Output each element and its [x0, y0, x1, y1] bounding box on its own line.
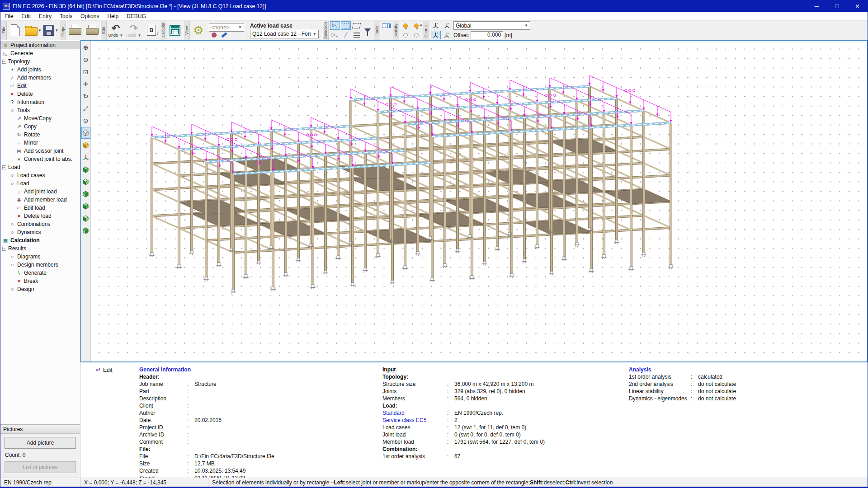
tree-item-generate[interactable]: ◺Generate	[0, 49, 80, 57]
rotate-view-button[interactable]: ↻	[81, 90, 90, 102]
view-bottom-button[interactable]	[81, 225, 90, 236]
tree-item-project-information[interactable]: ⚙Project information	[0, 41, 80, 49]
info-column-title[interactable]: Analysis	[629, 366, 868, 374]
tree-item-add-member-load[interactable]: ⇊Add member load	[0, 196, 80, 204]
calculate-button[interactable]	[166, 21, 184, 40]
undo-button[interactable]: ↶ Undo ▼	[107, 21, 125, 40]
view-front-button[interactable]	[81, 164, 90, 175]
coord-system-list-button[interactable]: +	[442, 21, 452, 30]
tree-item-edit-load[interactable]: ↵Edit load	[0, 204, 80, 212]
zoom-window-button[interactable]: ⊡	[81, 66, 90, 78]
tree-item-add-joints[interactable]: +Add joints	[0, 66, 80, 74]
tree-item-edit[interactable]: ↵Edit	[0, 82, 80, 90]
tree-item-move-copy[interactable]: ↗Move/Copy	[0, 114, 80, 122]
tree-item-break[interactable]: ×Break	[0, 277, 80, 285]
tree-item-calculation[interactable]: ▦Calculation	[0, 236, 80, 244]
tree-item-delete[interactable]: ×Delete	[0, 90, 80, 98]
tree-item-diagrams[interactable]: ○Diagrams	[0, 253, 80, 261]
tree-item-copy[interactable]: ⇗Copy	[0, 122, 80, 131]
menu-entry[interactable]: Entry	[35, 12, 56, 20]
tree-item-load[interactable]: −Load	[0, 163, 80, 171]
print-button[interactable]	[66, 21, 83, 40]
list-of-pictures-button[interactable]: List of pictures	[5, 461, 76, 473]
select-polygon-button[interactable]	[352, 21, 362, 30]
zoom-out-button[interactable]: ⊖	[81, 54, 90, 66]
info-column-title[interactable]: General information	[139, 366, 382, 374]
tree-item-convert-joint-to-abs-[interactable]: ∗Convert joint to abs.	[0, 155, 80, 163]
tree-expander-icon[interactable]: −	[2, 165, 6, 169]
workplane-alt-button[interactable]: +	[442, 31, 452, 39]
menu-debug[interactable]: DEBUG	[123, 12, 150, 20]
open-dropdown-arrow[interactable]: ▼	[38, 28, 42, 33]
tree-item-topology[interactable]: −Topology	[0, 57, 80, 66]
open-file-button[interactable]: ▼	[24, 21, 42, 40]
info-link-label[interactable]: Standard	[382, 410, 447, 417]
redo-button[interactable]: ↷ Redo ▼	[125, 21, 143, 40]
activity-list-off-button[interactable]	[411, 31, 421, 39]
tree-expander-icon[interactable]: −	[2, 60, 6, 64]
snap-grid-button[interactable]: ⁘	[382, 31, 392, 39]
view-right-button[interactable]	[81, 200, 90, 212]
view-axes-button[interactable]	[81, 151, 90, 163]
tree-item-design[interactable]: ○Design	[0, 285, 80, 293]
select-rectangle-button[interactable]	[341, 21, 351, 30]
new-document-button[interactable]	[7, 21, 24, 40]
tree-item-results[interactable]: −Results	[0, 244, 80, 253]
tree-item-dynamics[interactable]: ○Dynamics	[0, 228, 80, 236]
tree-item-add-scissor-joint[interactable]: ⋈Add scissor joint	[0, 147, 80, 155]
tree-item-design-members[interactable]: ○Design members	[0, 261, 80, 269]
menu-tools[interactable]: Tools	[56, 12, 76, 20]
zoom-in-button[interactable]: ⊕	[81, 42, 90, 53]
tree-item-tools[interactable]: ○Tools	[0, 106, 80, 114]
menu-edit[interactable]: Edit	[17, 12, 35, 20]
record-view-icon[interactable]	[212, 33, 217, 38]
select-line-button[interactable]: ╱	[341, 31, 351, 39]
view-back-button[interactable]	[81, 176, 90, 188]
measure-button[interactable]	[382, 21, 392, 30]
view-axonometry-button[interactable]	[81, 127, 90, 139]
menu-file[interactable]: File	[0, 12, 17, 20]
menu-help[interactable]: Help	[103, 12, 123, 20]
select-list-button[interactable]	[352, 31, 362, 39]
minimize-button[interactable]	[807, 0, 827, 12]
activity-list-on-button[interactable]	[411, 21, 421, 30]
maximize-button[interactable]	[827, 0, 847, 12]
select-cut-button[interactable]: ▷✂	[330, 31, 340, 39]
active-load-case-select[interactable]: Q12 Load case 12 - Force▼	[250, 30, 319, 38]
view-render-button[interactable]	[81, 139, 90, 151]
view-left-button[interactable]	[81, 188, 90, 200]
activity-off-button[interactable]	[401, 31, 410, 39]
print-document-button[interactable]	[83, 21, 100, 40]
tree-item-mirror[interactable]: ↔Mirror	[0, 139, 80, 147]
filter-button[interactable]	[363, 26, 373, 35]
pan-button[interactable]: ✛	[81, 78, 90, 90]
tree-item-delete-load[interactable]: ×Delete load	[0, 212, 80, 220]
tree-item-generate[interactable]: ϟGenerate	[0, 269, 80, 277]
workplane-button[interactable]: +	[431, 31, 441, 39]
edit-link[interactable]: ↵ Edit	[96, 366, 139, 373]
close-button[interactable]	[847, 0, 868, 12]
save-file-button[interactable]: ▼	[42, 21, 60, 40]
tree-item-add-members[interactable]: ∕Add members	[0, 74, 80, 82]
coord-system-select[interactable]: Global▼	[453, 21, 530, 30]
tree-expander-icon[interactable]: −	[2, 247, 6, 251]
tree-item-information[interactable]: ?Information	[0, 98, 80, 106]
tree-item-rotate[interactable]: ↻Rotate	[0, 131, 80, 139]
view-tools-icon[interactable]	[221, 32, 227, 38]
select-single-button[interactable]: ▷1	[330, 21, 340, 30]
add-picture-button[interactable]: Add picture	[5, 437, 76, 449]
tree-item-load-cases[interactable]: ○Load cases	[0, 171, 80, 179]
copy-settings-button[interactable]: B	[143, 21, 160, 40]
view-top-button[interactable]	[81, 212, 90, 224]
offset-input[interactable]: 0,000	[471, 31, 503, 39]
zoom-extents-button[interactable]: ⤢	[81, 103, 90, 114]
save-dropdown-arrow[interactable]: ▼	[55, 28, 58, 33]
view-settings-button[interactable]: ⚙	[190, 21, 207, 40]
zoom-selection-button[interactable]: ⊙	[81, 115, 90, 127]
activity-on-button[interactable]	[401, 21, 410, 30]
tree-item-add-joint-load[interactable]: ↓Add joint load	[0, 188, 80, 196]
tree-item-combinations[interactable]: ○Combinations	[0, 220, 80, 228]
view-preset-select[interactable]: <none>▼	[209, 23, 244, 32]
structure-3d-model[interactable]	[91, 41, 868, 361]
tree-item-load[interactable]: ○Load	[0, 179, 80, 188]
